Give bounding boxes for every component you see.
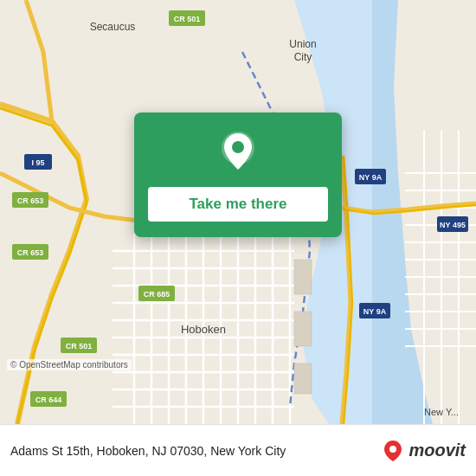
take-me-there-button[interactable]: Take me there — [148, 187, 328, 222]
svg-rect-61 — [294, 260, 312, 294]
svg-text:NY 9A: NY 9A — [363, 307, 387, 316]
svg-text:CR 653: CR 653 — [17, 196, 44, 205]
svg-text:I 95: I 95 — [31, 158, 44, 167]
svg-text:CR 644: CR 644 — [35, 396, 62, 404]
svg-text:NY 495: NY 495 — [440, 221, 466, 229]
svg-point-65 — [232, 141, 244, 153]
svg-text:Hoboken: Hoboken — [181, 323, 226, 336]
svg-text:CR 685: CR 685 — [144, 290, 170, 299]
moovit-pin-icon — [381, 439, 405, 463]
svg-text:City: City — [294, 51, 312, 63]
svg-text:New Y...: New Y... — [424, 407, 459, 417]
address-label: Adams St 15th, Hoboken, NJ 07030, New Yo… — [10, 444, 381, 458]
svg-point-66 — [389, 446, 396, 453]
svg-text:Union: Union — [289, 38, 316, 50]
copyright-notice: © OpenStreetMap contributors — [7, 359, 132, 370]
svg-text:Secaucus: Secaucus — [90, 21, 136, 33]
svg-rect-63 — [294, 363, 312, 394]
svg-text:CR 501: CR 501 — [66, 342, 93, 351]
map-view: CR 501 I 95 CR 653 CR 653 CR 685 CR 501 … — [0, 0, 476, 424]
location-card: Take me there — [134, 113, 342, 237]
moovit-wordmark: moovit — [408, 441, 466, 460]
svg-text:CR 653: CR 653 — [17, 248, 44, 257]
svg-rect-62 — [294, 312, 312, 346]
location-pin-icon — [215, 130, 261, 177]
svg-text:CR 501: CR 501 — [174, 15, 201, 23]
moovit-logo: moovit — [381, 439, 466, 463]
bottom-bar: Adams St 15th, Hoboken, NJ 07030, New Yo… — [0, 424, 476, 476]
svg-text:NY 9A: NY 9A — [359, 173, 383, 182]
